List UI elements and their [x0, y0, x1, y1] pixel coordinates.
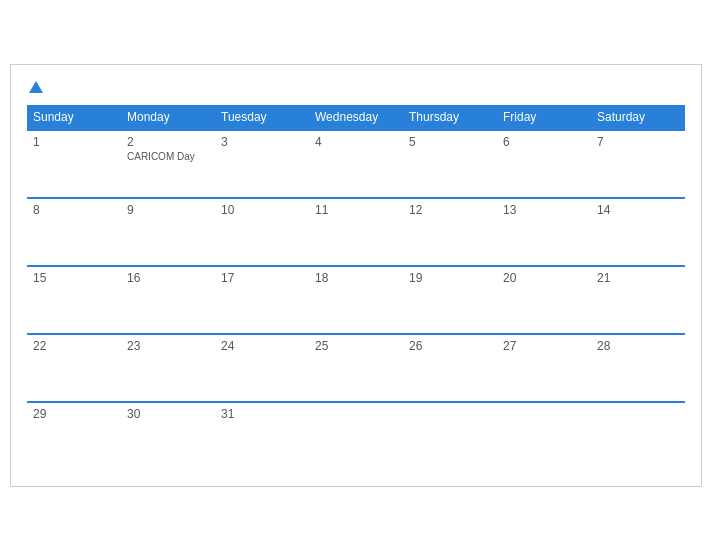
day-number: 31: [221, 407, 303, 421]
calendar-cell: 18: [309, 266, 403, 334]
day-number: 10: [221, 203, 303, 217]
day-number: 4: [315, 135, 397, 149]
day-number: 8: [33, 203, 115, 217]
calendar-cell: [403, 402, 497, 470]
logo-triangle-icon: [29, 81, 43, 93]
weekday-header-saturday: Saturday: [591, 105, 685, 130]
day-number: 17: [221, 271, 303, 285]
day-number: 22: [33, 339, 115, 353]
weekday-header-row: SundayMondayTuesdayWednesdayThursdayFrid…: [27, 105, 685, 130]
calendar-cell: 11: [309, 198, 403, 266]
day-number: 7: [597, 135, 679, 149]
calendar-table: SundayMondayTuesdayWednesdayThursdayFrid…: [27, 105, 685, 470]
day-number: 16: [127, 271, 209, 285]
calendar-cell: 2CARICOM Day: [121, 130, 215, 198]
day-number: 27: [503, 339, 585, 353]
week-row-1: 12CARICOM Day34567: [27, 130, 685, 198]
day-number: 20: [503, 271, 585, 285]
calendar-cell: 6: [497, 130, 591, 198]
calendar-cell: [591, 402, 685, 470]
calendar-cell: 21: [591, 266, 685, 334]
calendar-cell: 30: [121, 402, 215, 470]
calendar-cell: 19: [403, 266, 497, 334]
logo: [27, 81, 43, 93]
calendar-cell: 10: [215, 198, 309, 266]
calendar-cell: 14: [591, 198, 685, 266]
day-number: 30: [127, 407, 209, 421]
weekday-header-tuesday: Tuesday: [215, 105, 309, 130]
weekday-header-monday: Monday: [121, 105, 215, 130]
calendar-cell: 22: [27, 334, 121, 402]
day-number: 19: [409, 271, 491, 285]
holiday-label: CARICOM Day: [127, 151, 209, 162]
day-number: 15: [33, 271, 115, 285]
day-number: 14: [597, 203, 679, 217]
calendar-cell: 31: [215, 402, 309, 470]
day-number: 9: [127, 203, 209, 217]
calendar-cell: 16: [121, 266, 215, 334]
week-row-5: 293031: [27, 402, 685, 470]
calendar-cell: 1: [27, 130, 121, 198]
day-number: 23: [127, 339, 209, 353]
week-row-2: 891011121314: [27, 198, 685, 266]
day-number: 13: [503, 203, 585, 217]
calendar-cell: 12: [403, 198, 497, 266]
calendar-header: [27, 81, 685, 93]
weekday-header-thursday: Thursday: [403, 105, 497, 130]
calendar-cell: 5: [403, 130, 497, 198]
day-number: 25: [315, 339, 397, 353]
weekday-header-sunday: Sunday: [27, 105, 121, 130]
calendar-cell: 15: [27, 266, 121, 334]
calendar-cell: 8: [27, 198, 121, 266]
calendar-cell: 29: [27, 402, 121, 470]
calendar: SundayMondayTuesdayWednesdayThursdayFrid…: [10, 64, 702, 487]
weekday-header-wednesday: Wednesday: [309, 105, 403, 130]
calendar-cell: 17: [215, 266, 309, 334]
day-number: 26: [409, 339, 491, 353]
day-number: 11: [315, 203, 397, 217]
calendar-cell: 23: [121, 334, 215, 402]
day-number: 29: [33, 407, 115, 421]
calendar-cell: 4: [309, 130, 403, 198]
calendar-cell: 20: [497, 266, 591, 334]
week-row-4: 22232425262728: [27, 334, 685, 402]
calendar-cell: 25: [309, 334, 403, 402]
day-number: 24: [221, 339, 303, 353]
calendar-cell: 3: [215, 130, 309, 198]
calendar-cell: 26: [403, 334, 497, 402]
calendar-cell: [309, 402, 403, 470]
calendar-cell: 9: [121, 198, 215, 266]
day-number: 1: [33, 135, 115, 149]
day-number: 28: [597, 339, 679, 353]
calendar-cell: 13: [497, 198, 591, 266]
day-number: 12: [409, 203, 491, 217]
week-row-3: 15161718192021: [27, 266, 685, 334]
weekday-header-friday: Friday: [497, 105, 591, 130]
calendar-cell: 27: [497, 334, 591, 402]
day-number: 2: [127, 135, 209, 149]
day-number: 3: [221, 135, 303, 149]
calendar-cell: 28: [591, 334, 685, 402]
day-number: 21: [597, 271, 679, 285]
calendar-cell: 24: [215, 334, 309, 402]
day-number: 18: [315, 271, 397, 285]
day-number: 5: [409, 135, 491, 149]
calendar-cell: [497, 402, 591, 470]
calendar-cell: 7: [591, 130, 685, 198]
day-number: 6: [503, 135, 585, 149]
